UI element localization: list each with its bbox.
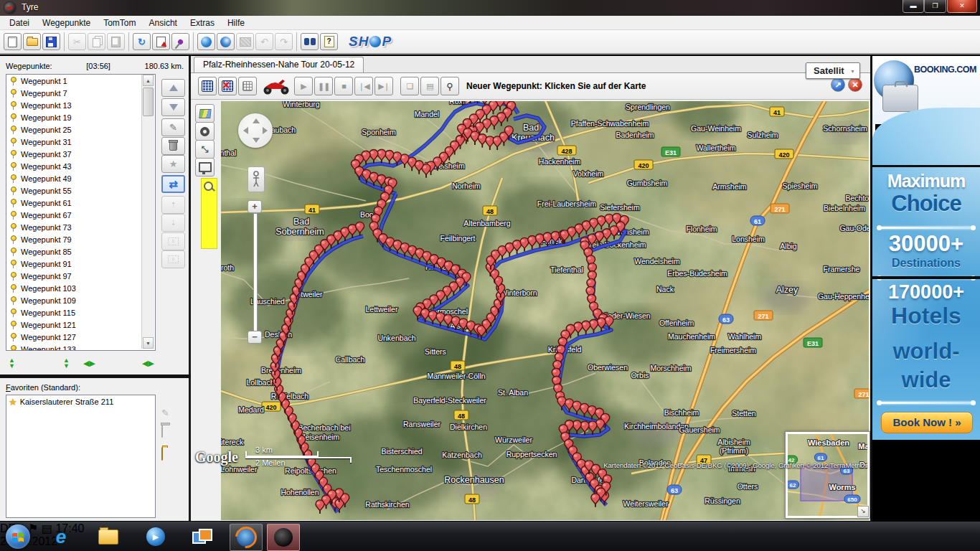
taskbar-media-player[interactable]: ▶: [142, 524, 169, 550]
edit-favorite-button[interactable]: ✎: [161, 406, 169, 419]
itinerary-button-2[interactable]: ≡: [161, 250, 185, 268]
zoom-out-button[interactable]: −: [248, 331, 262, 344]
waypoint-item[interactable]: Wegepunkt 67: [6, 209, 155, 221]
waypoint-item[interactable]: Wegepunkt 79: [6, 233, 155, 245]
zoom-tool-strip[interactable]: [201, 178, 217, 249]
next-waypoint-button[interactable]: ◀▶: [142, 360, 154, 366]
waypoint-item[interactable]: Wegepunkt 121: [6, 319, 155, 331]
waypoint-item[interactable]: Wegepunkt 91: [6, 258, 155, 270]
scroll-up-arrow[interactable]: ▲: [143, 75, 154, 86]
step-back-button[interactable]: ❘◀: [354, 77, 373, 95]
taskbar-photo-viewer[interactable]: [188, 524, 215, 550]
favorite-waypoint-button[interactable]: ★: [161, 155, 185, 173]
refresh-button[interactable]: ↻: [133, 33, 151, 50]
map-style-button[interactable]: [195, 104, 215, 123]
waypoint-item[interactable]: Wegepunkt 73: [6, 221, 155, 233]
insert-after-button[interactable]: ⇣: [161, 214, 185, 232]
waypoint-item[interactable]: Wegepunkt 49: [6, 172, 155, 184]
waypoint-item[interactable]: Wegepunkt 97: [6, 270, 155, 282]
menu-wegepunkte[interactable]: Wegepunkte: [36, 17, 97, 29]
help-button[interactable]: ?: [320, 33, 338, 50]
book-now-button[interactable]: Book Now ! »: [881, 412, 973, 433]
calc-route-button[interactable]: [198, 77, 217, 95]
new-waypoint-tool-button[interactable]: ⚲: [440, 77, 459, 95]
calc-cancel-button[interactable]: [218, 77, 237, 95]
waypoint-item[interactable]: Wegepunkt 1: [6, 75, 155, 87]
waypoint-item[interactable]: Wegepunkt 127: [6, 331, 155, 343]
overview-minimap[interactable]: 61636504262WiesbadenMaDaWorms ↘: [785, 431, 870, 519]
stop-button[interactable]: ■: [334, 77, 353, 95]
waypoint-item[interactable]: Wegepunkt 19: [6, 111, 155, 123]
menu-datei[interactable]: Datei: [3, 17, 36, 29]
minimize-button[interactable]: ▬: [903, 0, 924, 13]
first-waypoint-button[interactable]: ▲▼: [9, 357, 15, 369]
reverse-route-button[interactable]: ⇄: [161, 175, 185, 193]
move-down-button[interactable]: [161, 98, 185, 116]
address-book-button[interactable]: ❏: [400, 77, 419, 95]
prev-waypoint-button[interactable]: ◀▶: [83, 360, 95, 366]
taskbar-explorer[interactable]: [95, 524, 122, 550]
map-type-button[interactable]: Satellit: [806, 62, 860, 79]
new-file-button[interactable]: [4, 33, 22, 50]
menu-ansicht[interactable]: Ansicht: [143, 17, 184, 29]
start-button[interactable]: [4, 524, 32, 550]
paste-button[interactable]: [107, 33, 125, 50]
favorites-list[interactable]: ★Kaiserslauterer Straße 211: [6, 395, 156, 518]
print-button[interactable]: ▤: [420, 77, 439, 95]
waypoint-item[interactable]: Wegepunkt 37: [6, 148, 155, 160]
waypoint-item[interactable]: Wegepunkt 31: [6, 136, 155, 148]
send-route-button[interactable]: [152, 33, 170, 50]
map-pan-control[interactable]: [238, 113, 273, 148]
web-globe-button[interactable]: [197, 33, 215, 50]
menu-tomtom[interactable]: TomTom: [97, 17, 142, 29]
scroll-down-arrow[interactable]: ▼: [143, 337, 154, 349]
edit-waypoint-button[interactable]: ✎: [161, 118, 185, 136]
pan-left-icon[interactable]: [243, 127, 248, 134]
pegman-control[interactable]: [248, 166, 265, 192]
waypoint-item[interactable]: Wegepunkt 103: [6, 282, 155, 294]
waypoint-item[interactable]: Wegepunkt 7: [6, 87, 155, 99]
fit-route-button[interactable]: ⤡: [195, 140, 215, 159]
poi-button[interactable]: [195, 122, 215, 141]
delete-favorite-button[interactable]: [161, 425, 163, 438]
favorite-item[interactable]: ★Kaiserslauterer Straße 211: [6, 395, 155, 408]
undo-button[interactable]: ↶: [255, 33, 273, 50]
scrollbar-thumb[interactable]: [143, 88, 154, 116]
map-view-button[interactable]: [236, 33, 254, 50]
waypoint-item[interactable]: Wegepunkt 25: [6, 123, 155, 136]
load-favorite-button[interactable]: [161, 448, 163, 461]
waypoint-item[interactable]: Wegepunkt 61: [6, 197, 155, 209]
waypoint-item[interactable]: Wegepunkt 133: [6, 343, 155, 351]
pin-button[interactable]: [171, 33, 189, 50]
close-button[interactable]: ✕: [947, 0, 977, 13]
save-button[interactable]: [42, 33, 60, 50]
google-earth-button[interactable]: [217, 33, 235, 50]
waypoint-scrollbar[interactable]: ▲ ▼: [141, 75, 154, 349]
waypoint-item[interactable]: Wegepunkt 43: [6, 160, 155, 172]
waypoint-item[interactable]: Wegepunkt 13: [6, 99, 155, 111]
play-button[interactable]: ▶: [294, 77, 313, 95]
zoom-in-button[interactable]: +: [248, 200, 262, 213]
taskbar-tyre-active[interactable]: [267, 524, 300, 551]
itinerary-button[interactable]: ≡: [161, 232, 185, 250]
screen-pin-button[interactable]: [195, 158, 215, 176]
calc-options-button[interactable]: [238, 77, 257, 95]
waypoint-item[interactable]: Wegepunkt 85: [6, 245, 155, 258]
shop-button[interactable]: SHP: [349, 34, 392, 50]
waypoint-item[interactable]: Wegepunkt 109: [6, 294, 155, 306]
menu-extras[interactable]: Extras: [184, 17, 221, 29]
zoom-slider-track[interactable]: [253, 213, 258, 331]
waypoint-list[interactable]: Wegepunkt 1Wegepunkt 7Wegepunkt 13Wegepu…: [6, 74, 156, 351]
move-up-button[interactable]: [161, 79, 185, 97]
waypoint-item[interactable]: Wegepunkt 55: [6, 184, 155, 197]
pan-right-icon[interactable]: [263, 127, 268, 134]
search-button[interactable]: [301, 33, 319, 50]
pan-up-icon[interactable]: [253, 118, 260, 123]
copy-button[interactable]: [88, 33, 105, 50]
maximize-button[interactable]: ❐: [924, 0, 946, 13]
taskbar-ie[interactable]: e: [47, 524, 75, 550]
last-waypoint-button[interactable]: ▲▼: [63, 357, 70, 369]
cut-button[interactable]: ✂: [68, 33, 86, 50]
taskbar-firefox[interactable]: [230, 524, 263, 551]
pan-down-icon[interactable]: [253, 138, 260, 143]
